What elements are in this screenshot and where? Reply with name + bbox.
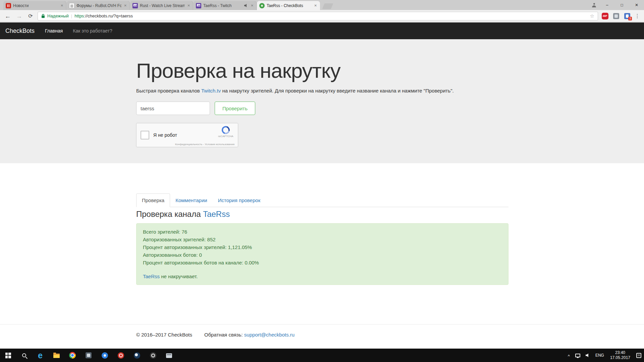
profile-icon (592, 3, 596, 7)
taskbar-edge-button[interactable]: e (32, 349, 48, 362)
address-bar[interactable]: Надежный | https://checkbots.ru/?q=taers… (38, 12, 598, 20)
channel-input[interactable] (136, 102, 210, 115)
browser-tab-forums[interactable]: Форумы - RuBot.OVH Fo ✕ (67, 1, 130, 10)
url-divider: | (71, 13, 72, 18)
taskbar-apps: e (0, 349, 177, 362)
browser-tab-checkbots-active[interactable]: TaeRss - CheckBots ✕ (257, 1, 320, 10)
result-heading: Проверка канала TaeRss (136, 209, 508, 219)
stat-auth-viewers: Авторизованных зрителей: 852 (143, 236, 502, 243)
copyright-text: © 2016–2017 CheckBots (136, 332, 192, 338)
hero-subtitle: Быстрая проверка каналов Twitch.tv на на… (136, 88, 644, 94)
taskbar-app-2[interactable] (97, 349, 113, 362)
window-close-button[interactable]: ✕ (629, 0, 644, 10)
tab-title: Форумы - RuBot.OVH Fo (76, 3, 121, 8)
new-tab-button[interactable] (322, 3, 333, 9)
language-indicator[interactable]: ENG (593, 349, 607, 362)
stat-total-viewers: Всего зрителей: 76 (143, 228, 502, 236)
taskbar-explorer-button[interactable] (48, 349, 64, 362)
tab-close-icon[interactable]: ✕ (314, 3, 318, 8)
window-minimize-button[interactable]: – (600, 0, 614, 10)
bookmark-star-icon[interactable]: ☆ (590, 13, 594, 19)
recaptcha-label: Я не робот (153, 132, 177, 138)
feedback-line: Обратная связь: support@checkbots.ru (204, 332, 294, 338)
taskbar-clock[interactable]: 23:40 17.05.2017 (607, 350, 634, 360)
stat-bots-percent: Процент авторизованных ботов на канале: … (143, 259, 502, 266)
browser-tab-taerss-twitch[interactable]: TaeRss - Twitch ✕ (194, 1, 257, 10)
recaptcha-checkbox[interactable] (141, 131, 149, 139)
window-maximize-button[interactable]: □ (614, 0, 629, 10)
site-footer: © 2016–2017 CheckBots Обратная связь: su… (0, 324, 644, 338)
browser-tabstrip: Новости ✕ Форумы - RuBot.OVH Fo ✕ Rust -… (0, 0, 644, 10)
taskbar-app-3[interactable] (113, 349, 129, 362)
nav-link-home[interactable]: Главная (40, 22, 68, 39)
channel-link[interactable]: TaeRss (203, 209, 230, 219)
taskbar-search-button[interactable] (16, 349, 32, 362)
tab-close-icon[interactable]: ✕ (60, 3, 64, 8)
taskbar-chrome-button[interactable] (64, 349, 80, 362)
check-button[interactable]: Проверить (215, 102, 255, 115)
desktop-screen: Новости ✕ Форумы - RuBot.OVH Fo ✕ Rust -… (0, 0, 644, 362)
tab-audio-icon[interactable] (244, 4, 248, 8)
result-alert: Всего зрителей: 76 Авторизованных зрител… (136, 223, 508, 285)
recaptcha-logo: reCAPTCHA (217, 126, 234, 138)
verdict-channel-link[interactable]: TaeRss (143, 274, 160, 279)
refresh-button[interactable]: ⟳ (26, 13, 35, 19)
site-navbar: CheckBots Главная Как это работает? (0, 22, 644, 39)
taskbar-app-1[interactable] (80, 349, 97, 362)
file-explorer-icon (53, 354, 60, 358)
recaptcha-brand: reCAPTCHA (217, 135, 234, 138)
site-brand[interactable]: CheckBots (0, 22, 40, 39)
action-center-button[interactable] (634, 349, 644, 362)
browser-profile-button[interactable] (588, 0, 600, 10)
tray-expand-button[interactable]: ^ (565, 349, 573, 362)
extension-2-icon (613, 13, 619, 19)
verdict-text: не накручивает. (160, 274, 198, 279)
hero-section: Проверка на накрутку Быстрая проверка ка… (0, 39, 644, 163)
app-2-icon (102, 352, 108, 359)
security-label[interactable]: Надежный (47, 13, 69, 18)
tray-network-button[interactable] (573, 349, 583, 362)
taskbar-app-4[interactable] (129, 349, 145, 362)
nav-link-how-it-works[interactable]: Как это работает? (68, 22, 117, 39)
stat-auth-percent: Процент авторизованных зрителей: 1,121.0… (143, 243, 502, 251)
recaptcha-legal-links[interactable]: Конфиденциальность - Условия использован… (175, 143, 234, 146)
padlock-icon (41, 14, 45, 18)
back-button[interactable]: ← (3, 13, 12, 19)
tab-comments[interactable]: Комментарии (170, 194, 212, 207)
tab-close-icon[interactable]: ✕ (187, 3, 191, 8)
browser-tab-novosti[interactable]: Новости ✕ (3, 1, 66, 10)
twitch-link[interactable]: Twitch.tv (201, 88, 221, 94)
search-icon (22, 353, 26, 357)
taskbar-app-6[interactable] (161, 349, 177, 362)
start-button[interactable] (0, 349, 16, 362)
clock-date: 17.05.2017 (610, 355, 630, 360)
network-icon (575, 354, 580, 357)
forward-button[interactable]: → (15, 13, 23, 19)
app-3-icon (118, 352, 124, 359)
app-5-icon (150, 352, 156, 359)
tab-title: TaeRss - Twitch (203, 3, 242, 8)
extension-button-2[interactable] (612, 12, 620, 20)
edge-icon: e (38, 351, 43, 360)
result-heading-text: Проверка канала (136, 209, 203, 219)
notification-icon (636, 353, 641, 358)
page-viewport: CheckBots Главная Как это работает? Пров… (0, 22, 644, 349)
taskbar: e (0, 349, 644, 362)
extension-button-3[interactable]: 3 (623, 12, 631, 20)
url-text[interactable]: https://checkbots.ru/?q=taerss (74, 13, 133, 18)
tab-check[interactable]: Проверка (136, 193, 170, 207)
browser-menu-button[interactable]: ⋮ (634, 13, 641, 19)
tab-history[interactable]: История проверок (213, 194, 266, 207)
tab-close-icon[interactable]: ✕ (123, 3, 127, 8)
subtitle-text: на накрутку зрителей. Для проверки на на… (221, 88, 453, 94)
browser-tab-rust-stream[interactable]: Rust - Watch Live Stream ✕ (130, 1, 193, 10)
browser-toolbar: ← → ⟳ Надежный | https://checkbots.ru/?q… (0, 10, 644, 22)
support-email-link[interactable]: support@checkbots.ru (244, 332, 294, 338)
tab-close-icon[interactable]: ✕ (250, 3, 254, 8)
tray-volume-button[interactable] (583, 349, 593, 362)
results-container: Проверка Комментарии История проверок Пр… (136, 193, 508, 285)
clock-time: 23:40 (615, 350, 625, 355)
extension-adblock-button[interactable]: ABP (601, 12, 609, 20)
twitch-favicon (132, 3, 138, 8)
taskbar-app-5[interactable] (145, 349, 161, 362)
